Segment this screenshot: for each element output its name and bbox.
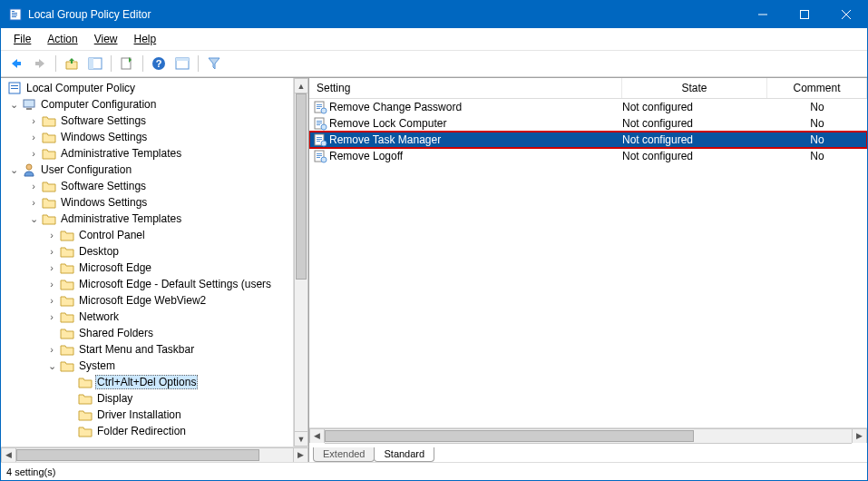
folder-icon	[42, 113, 56, 128]
list-row[interactable]: Remove Task ManagerNot configuredNo	[309, 132, 867, 148]
setting-name: Remove Logoff	[329, 150, 403, 162]
expand-icon[interactable]: ›	[46, 279, 57, 290]
expand-icon[interactable]: ›	[28, 115, 39, 126]
toolbar-separator	[111, 55, 112, 72]
column-header-setting[interactable]: Setting	[309, 78, 622, 98]
expand-icon[interactable]: ›	[28, 132, 39, 142]
scroll-thumb[interactable]	[325, 430, 694, 442]
list-body[interactable]: Remove Change PasswordNot configuredNoRe…	[309, 99, 867, 427]
tree-edge-default[interactable]: ›Microsoft Edge - Default Settings (user…	[1, 276, 293, 292]
expand-icon[interactable]: ›	[46, 295, 57, 306]
svg-rect-17	[176, 58, 189, 61]
list-row[interactable]: Remove LogoffNot configuredNo	[309, 148, 867, 164]
scroll-right-button[interactable]: ▶	[852, 428, 867, 444]
tree-horizontal-scrollbar[interactable]: ◀ ▶	[1, 447, 308, 462]
list-row[interactable]: Remove Lock ComputerNot configuredNo	[309, 115, 867, 132]
svg-rect-6	[801, 11, 809, 19]
refresh-button[interactable]	[117, 54, 137, 74]
tree-label: Display	[95, 392, 134, 405]
menu-view[interactable]: View	[87, 30, 125, 48]
tree-desktop[interactable]: ›Desktop	[1, 243, 293, 260]
scroll-up-button[interactable]: ▲	[294, 78, 308, 93]
tree-label: Microsoft Edge WebView2	[77, 294, 208, 307]
tree-cc-software[interactable]: ›Software Settings	[1, 113, 293, 129]
expand-icon[interactable]: ›	[28, 148, 39, 159]
menu-help[interactable]: Help	[127, 30, 164, 48]
column-header-comment[interactable]: Comment	[767, 78, 867, 98]
collapse-icon[interactable]: ⌄	[8, 99, 19, 111]
toolbar: ?	[1, 51, 867, 77]
expand-icon[interactable]: ›	[46, 311, 57, 322]
help-button[interactable]: ?	[149, 54, 169, 74]
tree-uc-admin[interactable]: ⌄Administrative Templates	[1, 211, 293, 227]
column-header-state[interactable]: State	[622, 78, 767, 98]
maximize-button[interactable]	[784, 1, 825, 28]
collapse-icon[interactable]: ⌄	[46, 360, 57, 372]
expand-icon[interactable]: ›	[28, 181, 39, 191]
list-row[interactable]: Remove Change PasswordNot configuredNo	[309, 99, 867, 115]
tree-edge[interactable]: ›Microsoft Edge	[1, 260, 293, 276]
tree-uc-software[interactable]: ›Software Settings	[1, 178, 293, 194]
up-button[interactable]	[62, 54, 82, 74]
folder-icon	[60, 228, 74, 242]
tree-folder-redir[interactable]: Folder Redirection	[1, 423, 293, 439]
menu-file[interactable]: File	[6, 30, 38, 48]
expand-icon[interactable]: ›	[46, 230, 57, 240]
scroll-down-button[interactable]: ▼	[294, 431, 308, 447]
folder-icon	[42, 179, 56, 193]
svg-rect-31	[317, 123, 322, 123]
tree-label: Microsoft Edge - Default Settings (users	[77, 278, 273, 290]
tree-user-config[interactable]: ⌄ User Configuration	[1, 162, 293, 178]
tree-root[interactable]: Local Computer Policy	[1, 80, 293, 96]
scroll-left-button[interactable]: ◀	[309, 428, 325, 444]
tree-start-taskbar[interactable]: ›Start Menu and Taskbar	[1, 341, 293, 358]
tree-cc-admin[interactable]: ›Administrative Templates	[1, 145, 293, 162]
expand-icon[interactable]: ›	[46, 246, 57, 257]
folder-icon	[78, 391, 93, 406]
computer-icon	[22, 97, 36, 112]
collapse-icon[interactable]: ⌄	[8, 164, 19, 176]
scroll-track[interactable]	[325, 428, 852, 444]
forward-button[interactable]	[30, 54, 50, 74]
tab-standard[interactable]: Standard	[374, 447, 434, 462]
tree-display[interactable]: Display	[1, 390, 293, 407]
tree-view[interactable]: Local Computer Policy ⌄ Computer Configu…	[1, 78, 293, 447]
svg-rect-3	[12, 15, 17, 15]
scroll-track[interactable]	[16, 447, 293, 463]
folder-icon	[60, 293, 74, 308]
tree-edge-webview[interactable]: ›Microsoft Edge WebView2	[1, 292, 293, 309]
list-horizontal-scrollbar[interactable]: ◀ ▶	[309, 427, 867, 443]
folder-open-icon	[60, 358, 74, 373]
close-button[interactable]	[825, 1, 867, 28]
scroll-track[interactable]	[294, 93, 308, 431]
expand-icon[interactable]: ›	[46, 344, 57, 355]
tab-extended[interactable]: Extended	[313, 447, 375, 462]
properties-button[interactable]	[172, 54, 192, 74]
show-hide-tree-button[interactable]	[85, 54, 105, 74]
expand-icon[interactable]: ›	[28, 197, 39, 208]
tree-driver-install[interactable]: Driver Installation	[1, 407, 293, 423]
tree-control-panel[interactable]: ›Control Panel	[1, 227, 293, 243]
minimize-button[interactable]	[742, 1, 784, 28]
scroll-thumb[interactable]	[296, 93, 307, 280]
tree-computer-config[interactable]: ⌄ Computer Configuration	[1, 96, 293, 113]
tree-vertical-scrollbar[interactable]: ▲ ▼	[293, 78, 308, 447]
scroll-thumb[interactable]	[16, 449, 259, 461]
tree-cc-windows[interactable]: ›Windows Settings	[1, 129, 293, 145]
collapse-icon[interactable]: ⌄	[28, 213, 39, 225]
back-button[interactable]	[6, 54, 26, 74]
scroll-right-button[interactable]: ▶	[293, 447, 308, 463]
menu-action[interactable]: Action	[40, 30, 84, 48]
tree-shared-folders[interactable]: Shared Folders	[1, 325, 293, 341]
tree-uc-windows[interactable]: ›Windows Settings	[1, 194, 293, 211]
app-icon	[8, 7, 23, 22]
tree-network[interactable]: ›Network	[1, 309, 293, 325]
tree-label: Software Settings	[59, 180, 148, 192]
tree-ctrl-alt-del[interactable]: Ctrl+Alt+Del Options	[1, 374, 293, 390]
tree-system[interactable]: ⌄System	[1, 358, 293, 374]
filter-button[interactable]	[204, 54, 224, 74]
svg-rect-35	[317, 137, 322, 138]
scroll-left-button[interactable]: ◀	[1, 447, 16, 463]
expand-icon[interactable]: ›	[46, 262, 57, 273]
svg-rect-26	[317, 106, 322, 107]
